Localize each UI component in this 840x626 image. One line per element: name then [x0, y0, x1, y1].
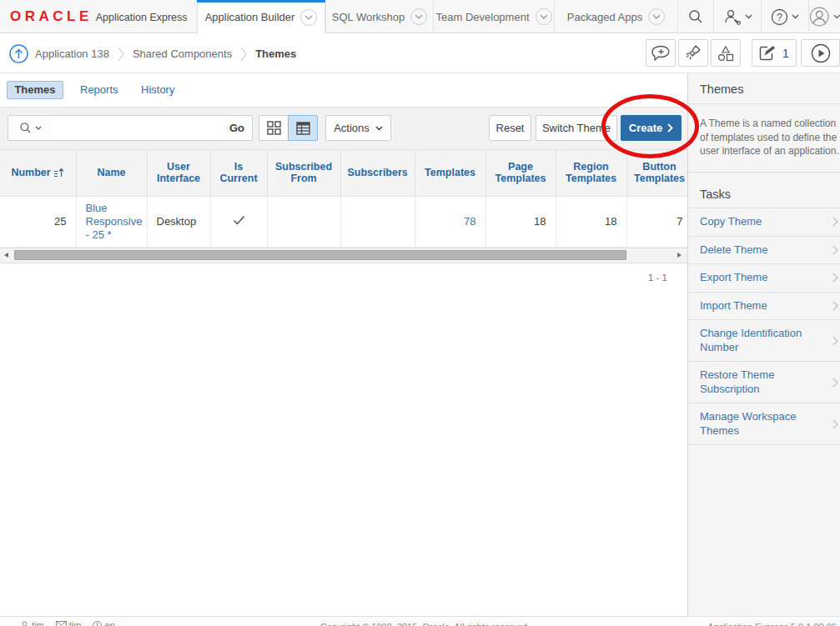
svg-text:?: ?: [777, 12, 782, 23]
